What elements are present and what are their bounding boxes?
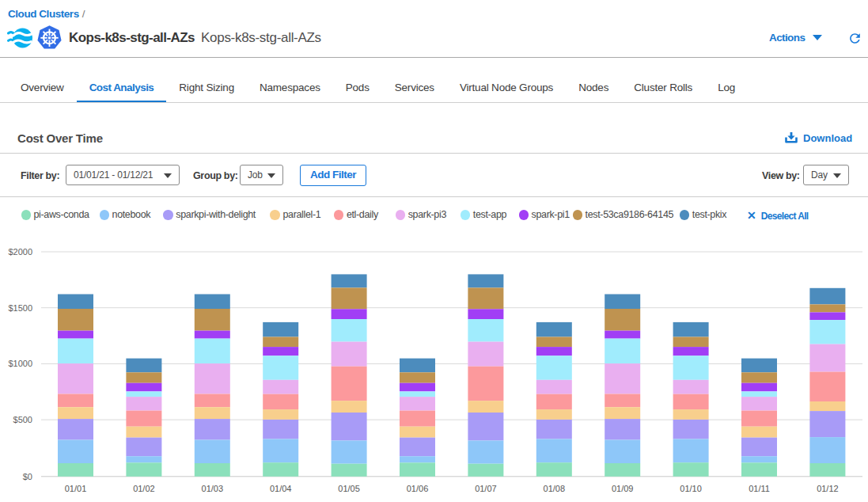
svg-text:01/06: 01/06 [407,484,429,493]
svg-text:01/11: 01/11 [749,484,770,493]
svg-text:01/12: 01/12 [817,484,839,493]
svg-text:01/01: 01/01 [65,484,87,493]
svg-text:$0: $0 [23,472,32,481]
svg-text:$2000: $2000 [8,247,32,257]
svg-text:01/07: 01/07 [475,484,497,493]
svg-text:$1500: $1500 [8,303,32,313]
svg-text:01/04: 01/04 [270,484,292,493]
svg-text:01/05: 01/05 [338,484,360,493]
svg-text:01/08: 01/08 [544,484,566,493]
svg-text:$500: $500 [13,415,32,424]
svg-text:01/09: 01/09 [612,484,634,493]
svg-text:01/10: 01/10 [680,484,702,493]
svg-text:01/02: 01/02 [133,484,155,493]
svg-text:$1000: $1000 [8,359,32,368]
svg-text:01/03: 01/03 [202,484,224,493]
